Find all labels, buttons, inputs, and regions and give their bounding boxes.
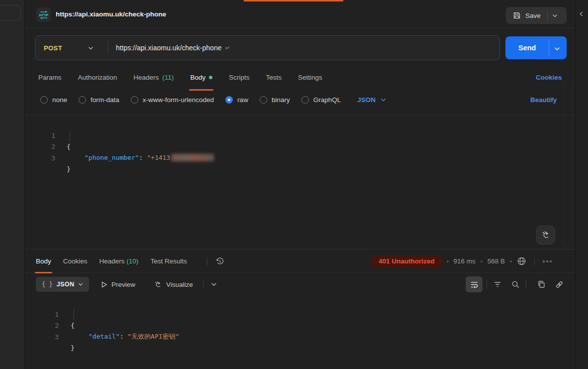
response-history-icon[interactable] — [215, 257, 224, 266]
toolbar-divider — [203, 280, 203, 289]
indent-guide — [70, 130, 70, 141]
separator-dot — [510, 260, 512, 262]
sidebar-partial-panel — [0, 5, 21, 21]
filter-icon[interactable] — [491, 278, 504, 291]
radio-circle-icon — [301, 96, 309, 104]
chevron-down-icon — [78, 282, 83, 287]
code-line: 2 "phone_number": "+1413 — [25, 130, 57, 141]
code-line: 1 { — [25, 298, 57, 309]
response-tab-body[interactable]: Body — [36, 257, 51, 265]
save-split-divider — [547, 10, 548, 20]
preview-button[interactable]: Preview — [101, 277, 135, 292]
postbot-icon — [541, 230, 551, 240]
send-options-chevron-icon[interactable] — [554, 45, 560, 54]
response-tab-test-results[interactable]: Test Results — [150, 257, 187, 265]
json-key: "phone_number" — [85, 154, 139, 161]
send-split-divider — [549, 40, 549, 55]
beautify-link[interactable]: Beautify — [530, 92, 557, 107]
method-url-bar: POST https://api.xiaomu.uk/check-phone ↵ — [35, 35, 500, 60]
toolbar-chevron-down-icon[interactable] — [207, 278, 220, 291]
right-collapsed-sidebar — [575, 0, 588, 369]
copy-icon[interactable] — [535, 278, 548, 291]
response-tab-headers[interactable]: Headers (10) — [99, 257, 139, 265]
tab-params[interactable]: Params — [38, 74, 62, 81]
left-sidebar — [0, 0, 25, 369]
radio-x-www-form-urlencoded[interactable]: x-www-form-urlencoded — [131, 96, 214, 104]
headers-count: (11) — [162, 74, 174, 81]
json-string-value: "无效的API密钥" — [127, 333, 179, 340]
braces-icon: { } — [42, 281, 53, 288]
radio-none[interactable]: none — [40, 96, 67, 104]
code-line: 2 "detail": "无效的API密钥" — [25, 309, 57, 320]
tab-authorization[interactable]: Authorization — [78, 74, 117, 81]
header-divider — [534, 257, 535, 265]
postbot-ai-button[interactable] — [536, 226, 555, 245]
request-title-bar: HTTP https://api.xiaomu.uk/check-phone S… — [25, 0, 575, 28]
http-method-icon: HTTP — [36, 7, 51, 22]
app-window: HTTP https://api.xiaomu.uk/check-phone S… — [0, 0, 588, 369]
json-string-value: "+1413 — [147, 154, 170, 161]
raw-language-dropdown[interactable]: JSON — [357, 96, 386, 104]
status-badge: 401 Unauthorized — [372, 255, 442, 267]
more-options-icon[interactable] — [543, 260, 552, 262]
response-size: 568 B — [488, 257, 505, 265]
request-tab-bar: Params Authorization Headers(11) Body Sc… — [38, 68, 339, 87]
code-line: 3 } — [25, 142, 57, 153]
redacted-phone-blur — [171, 154, 214, 161]
radio-circle-icon — [79, 96, 86, 104]
radio-raw[interactable]: raw — [225, 96, 248, 104]
wrap-text-button[interactable] — [466, 276, 483, 292]
separator-dot — [447, 260, 449, 262]
toolbar-divider — [487, 280, 487, 289]
soft-return-glyph: ↵ — [225, 44, 230, 51]
response-body-editor[interactable]: 1 { 2 "detail": "无效的API密钥" 3 } — [25, 298, 575, 369]
json-key: "detail" — [89, 333, 120, 340]
code-line: 3 } — [25, 321, 57, 332]
collapse-arrow-icon[interactable] — [579, 10, 585, 19]
network-globe-icon[interactable] — [517, 256, 526, 266]
wrap-text-icon — [470, 280, 479, 289]
method-selector[interactable]: POST — [44, 44, 62, 52]
radio-circle-icon — [131, 96, 138, 104]
radio-form-data[interactable]: form-data — [79, 96, 119, 104]
save-options-chevron-icon[interactable] — [552, 13, 558, 18]
send-button[interactable]: Send — [505, 36, 567, 59]
request-body-editor[interactable]: 1 { 2 "phone_number": "+1413 3 } — [25, 118, 575, 249]
visualize-wand-icon — [154, 280, 162, 289]
method-url-divider — [108, 41, 108, 54]
response-headers-count: (10) — [126, 257, 138, 265]
search-icon[interactable] — [509, 278, 522, 291]
response-format-dropdown[interactable]: { } JSON — [36, 277, 89, 292]
method-chevron-icon[interactable] — [88, 45, 94, 51]
tab-body[interactable]: Body — [190, 74, 212, 81]
svg-text:HTTP: HTTP — [39, 12, 48, 17]
body-modified-dot — [209, 76, 212, 79]
response-toolbar: { } JSON Preview Visualize — [25, 275, 575, 295]
save-button[interactable]: Save — [506, 7, 567, 24]
visualize-button[interactable]: Visualize — [154, 277, 193, 292]
tab-tests[interactable]: Tests — [266, 74, 282, 81]
save-label: Save — [525, 12, 541, 19]
request-title: https://api.xiaomu.uk/check-phone — [56, 0, 166, 28]
radio-circle-icon — [40, 96, 48, 104]
play-icon — [101, 281, 107, 288]
main-panel: HTTP https://api.xiaomu.uk/check-phone S… — [25, 0, 575, 369]
cookies-link[interactable]: Cookies — [536, 68, 562, 87]
url-input[interactable]: https://api.xiaomu.uk/check-phone — [116, 44, 221, 52]
link-icon[interactable] — [553, 278, 566, 291]
radio-graphql[interactable]: GraphQL — [301, 96, 341, 104]
radio-selected-icon — [225, 96, 233, 104]
editor-scrollbar-track[interactable] — [563, 80, 573, 247]
tab-settings[interactable]: Settings — [298, 74, 322, 81]
body-type-selector: none form-data x-www-form-urlencoded raw… — [40, 92, 386, 107]
response-tab-cookies[interactable]: Cookies — [63, 257, 88, 265]
tab-scripts[interactable]: Scripts — [229, 74, 249, 81]
tab-headers[interactable]: Headers(11) — [133, 74, 174, 81]
editor-top-border — [25, 115, 575, 116]
toolbar-divider — [526, 280, 526, 289]
response-tab-bar: Body Cookies Headers (10) Test Results — [36, 249, 224, 273]
code-line: 1 { — [25, 120, 57, 130]
radio-binary[interactable]: binary — [260, 96, 290, 104]
response-header: Body Cookies Headers (10) Test Results 4… — [25, 249, 575, 273]
send-label: Send — [518, 36, 536, 59]
